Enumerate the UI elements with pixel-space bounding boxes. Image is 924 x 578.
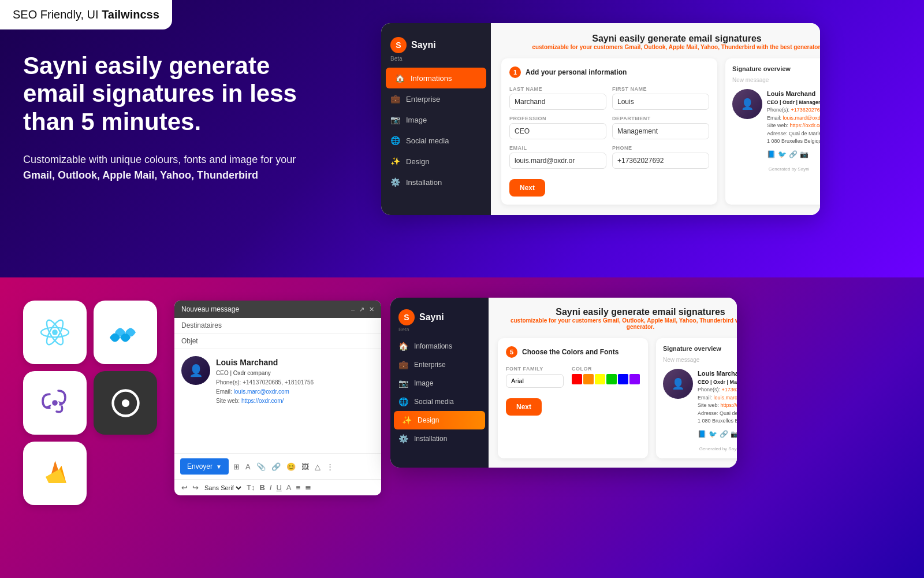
firebase-icon-box	[23, 442, 87, 505]
bottom-brand-icon: S	[398, 309, 415, 325]
svg-point-6	[121, 399, 129, 406]
twitter-icon: 🐦	[778, 149, 787, 160]
last-name-input[interactable]	[509, 94, 606, 110]
drive-icon[interactable]: △	[314, 461, 322, 472]
bottom-app-window: S Sayni Beta 🏠 Informations 💼 Enterprise…	[390, 298, 737, 468]
hero-section: Sayni easily generate email signatures i…	[23, 52, 300, 183]
bottom-app-title: Sayni easily generate email signatures	[498, 307, 737, 317]
bottom-sidebar-enterprise[interactable]: 💼 Enterprise	[390, 355, 489, 374]
attachment-icon[interactable]: 📎	[255, 461, 267, 472]
contact-row: EMAIL PHONE	[509, 145, 709, 169]
compose-sig-email-link[interactable]: louis.marc@oxdr.com	[234, 388, 289, 395]
bottom-section: Nouveau message – ↗ ✕ Destinataires Obje…	[0, 277, 924, 578]
photo-icon[interactable]: 🖼	[300, 461, 310, 472]
font-family-input[interactable]	[506, 374, 564, 388]
form-panel: 1 Add your personal information LAST NAM…	[501, 58, 717, 205]
bottom-sig-site: Site web: https://oxdr.com	[698, 402, 737, 410]
compose-sig-info: Louis Marchand CEO | Oxdr company Phone(…	[216, 356, 314, 406]
sidebar-item-image[interactable]: 📷 Image	[381, 109, 491, 130]
sig-new-message: New message	[732, 77, 820, 83]
close-icon[interactable]: ✕	[369, 306, 374, 313]
swatch-green[interactable]	[606, 374, 617, 384]
compose-sig-email: Email: louis.marc@oxdr.com	[216, 387, 314, 397]
sig-person-title: CEO | Oxdr | Management	[767, 99, 820, 107]
first-name-input[interactable]	[612, 94, 709, 110]
expand-icon[interactable]: ↗	[359, 306, 364, 313]
redux-icon-box	[23, 371, 87, 435]
emoji-icon[interactable]: 😊	[285, 461, 297, 472]
signature-panel: Signature overview New message 👤 Louis M…	[725, 58, 820, 205]
text-color-icon[interactable]: A	[285, 482, 293, 493]
b-design-icon: ✨	[402, 416, 412, 425]
department-input[interactable]	[612, 123, 709, 139]
next-button[interactable]: Next	[509, 179, 545, 197]
sig-social-icons: 📘 🐦 🔗 📷	[767, 149, 820, 160]
send-button[interactable]: Envoyer ▼	[180, 458, 229, 475]
grid-icon[interactable]: ⊞	[232, 461, 241, 472]
compose-sig-site: Site web: https://oxdr.com/	[216, 397, 314, 406]
bottom-sidebar-image[interactable]: 📷 Image	[390, 374, 489, 392]
bottom-main-content: Sayni easily generate email signatures c…	[489, 298, 737, 468]
swatch-blue[interactable]	[618, 374, 628, 384]
swatch-yellow[interactable]	[595, 374, 605, 384]
swatch-red[interactable]	[572, 374, 582, 384]
sidebar-item-social[interactable]: 🌐 Social media	[381, 130, 491, 151]
sig-site: Site web: https://oxdr.com	[767, 122, 820, 130]
sidebar-item-design[interactable]: ✨ Design	[381, 151, 491, 172]
compose-title: Nouveau message	[181, 305, 239, 313]
compose-body[interactable]: 👤 Louis Marchand CEO | Oxdr company Phon…	[174, 349, 381, 453]
swatch-orange[interactable]	[583, 374, 594, 384]
sidebar-item-informations[interactable]: 🏠 Informations	[386, 68, 486, 88]
sig-overview-title: Signature overview	[732, 65, 820, 72]
bottom-sidebar-logo: S Sayni	[390, 306, 489, 327]
link-icon[interactable]: 🔗	[270, 461, 282, 472]
bottom-sidebar-installation[interactable]: ⚙️ Installation	[390, 429, 489, 448]
underline-icon[interactable]: U	[275, 482, 282, 493]
image-icon: 📷	[390, 115, 400, 124]
italic-icon[interactable]: I	[269, 482, 273, 493]
bottom-sidebar-social[interactable]: 🌐 Social media	[390, 392, 489, 411]
bottom-sidebar-informations[interactable]: 🏠 Informations	[390, 337, 489, 355]
app-subtitle: customizable for your customers Gmail, O…	[501, 44, 820, 50]
compose-sig-title: CEO | Oxdr company	[216, 369, 314, 378]
compose-to-field[interactable]: Destinataires	[174, 318, 381, 334]
email-label: EMAIL	[509, 145, 606, 151]
bottom-sidebar: S Sayni Beta 🏠 Informations 💼 Enterprise…	[390, 298, 489, 468]
b-twitter-icon: 🐦	[709, 429, 717, 439]
bottom-sig-email: Email: louis.marc@oxdr.om	[698, 394, 737, 402]
compose-header-actions: – ↗ ✕	[351, 306, 374, 313]
bold-icon[interactable]: B	[258, 482, 266, 493]
text-format-icon[interactable]: A	[244, 461, 252, 472]
bottom-content-header: Sayni easily generate email signatures c…	[498, 307, 737, 330]
profession-group: PROFESSION	[509, 116, 606, 139]
align-icon[interactable]: ≡	[295, 482, 302, 493]
bottom-sidebar-design[interactable]: ✨ Design	[394, 411, 485, 429]
phone-input[interactable]	[612, 153, 709, 169]
list-icon[interactable]: ≣	[304, 482, 312, 493]
profession-input[interactable]	[509, 123, 606, 139]
more-icon[interactable]: ⋮	[325, 461, 335, 472]
sidebar-item-installation[interactable]: ⚙️ Installation	[381, 172, 491, 192]
sidebar-item-enterprise[interactable]: 💼 Enterprise	[381, 88, 491, 109]
email-input[interactable]	[509, 153, 606, 169]
bottom-screenshots: Nouveau message – ↗ ✕ Destinataires Obje…	[174, 295, 901, 495]
top-app-window: S Sayni Beta 🏠 Informations 💼 Enterprise…	[381, 23, 820, 215]
bottom-sig-new-msg: New message	[663, 357, 737, 363]
design-next-button[interactable]: Next	[506, 398, 542, 416]
send-dropdown-icon[interactable]: ▼	[216, 464, 222, 470]
font-family-select[interactable]: Sans Serif	[202, 484, 243, 492]
bottom-signature-panel: Signature overview New message 👤 Louis M…	[656, 338, 737, 458]
react-icon-box	[23, 301, 87, 364]
compose-subject-field[interactable]: Objet	[174, 334, 381, 349]
compose-sig-site-link[interactable]: https://oxdr.com/	[241, 398, 284, 404]
firebase-icon	[39, 458, 71, 490]
undo-icon[interactable]: ↩	[180, 482, 189, 493]
bottom-sig-title: Signature overview	[663, 345, 737, 352]
swatch-purple[interactable]	[629, 374, 640, 384]
hero-title: Sayni easily generate email signatures i…	[23, 52, 300, 136]
b-installation-icon: ⚙️	[398, 434, 408, 443]
department-label: DEPARTMENT	[612, 116, 709, 121]
minimize-icon[interactable]: –	[351, 306, 355, 313]
font-size-icon[interactable]: T↕	[245, 482, 256, 493]
redo-icon[interactable]: ↪	[191, 482, 200, 493]
